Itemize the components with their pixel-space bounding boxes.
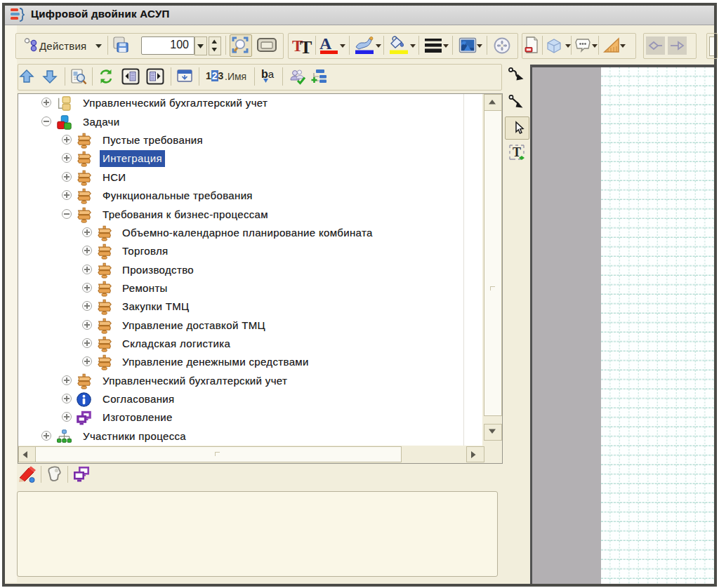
svg-text:A: A [319,35,332,53]
svg-text:T: T [300,37,312,55]
svg-text:T: T [513,145,521,159]
